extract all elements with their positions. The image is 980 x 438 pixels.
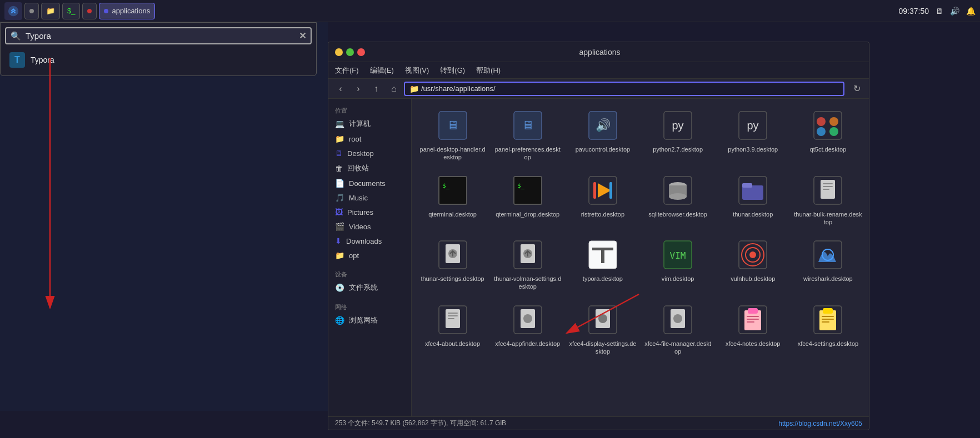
list-item[interactable]: xfce4-settings.desktop (792, 298, 864, 360)
list-item[interactable]: ristretto.desktop (566, 168, 639, 231)
fm-close-btn[interactable] (357, 48, 365, 56)
svg-rect-46 (601, 248, 604, 263)
file-name: xfce4-appfinder.desktop (495, 340, 560, 348)
sidebar-item-opt[interactable]: 📁 opt (328, 248, 411, 263)
sidebar-item-filesystem[interactable]: 💿 文件系统 (328, 280, 411, 295)
videos-icon: 🎬 (335, 222, 344, 231)
fm-menu-view[interactable]: 视图(V) (405, 66, 429, 75)
taskbar-app-active-btn[interactable]: applications (99, 3, 155, 19)
taskbar-red-btn[interactable] (82, 3, 97, 19)
list-item[interactable]: VIM vim.desktop (642, 233, 714, 295)
fm-statusbar-link[interactable]: https://blog.csdn.net/Xxy605 (778, 420, 862, 427)
sidebar-item-label: 文件系统 (349, 283, 378, 293)
sidebar-item-computer[interactable]: 💻 计算机 (328, 116, 411, 132)
file-name: wireshark.desktop (803, 275, 853, 283)
fm-content-area: 🖥 panel-desktop-handler.desktop 🖥 panel-… (412, 99, 869, 416)
svg-rect-79 (822, 319, 834, 320)
sidebar-item-downloads[interactable]: ⬇ Downloads (328, 234, 411, 248)
list-item[interactable]: 🖥 panel-desktop-handler.desktop (416, 103, 489, 166)
file-name: thunar-volman-settings.desktop (493, 275, 562, 291)
sidebar-item-documents[interactable]: 📄 Documents (328, 176, 411, 190)
sidebar-item-music[interactable]: 🎵 Music (328, 190, 411, 205)
sidebar-item-root[interactable]: 📁 root (328, 132, 411, 146)
sidebar-item-pictures[interactable]: 🖼 Pictures (328, 205, 411, 219)
taskbar-terminal-btn[interactable]: $_ (62, 3, 80, 19)
taskbar-monitor-icon: 🖥 (936, 7, 943, 16)
svg-rect-74 (747, 321, 754, 323)
fm-titlebar: applications (328, 42, 869, 62)
sidebar-item-label: root (349, 135, 361, 143)
sidebar-item-label: Desktop (347, 149, 374, 158)
file-icon: py (735, 108, 771, 143)
app-launcher-icon[interactable] (4, 2, 22, 20)
search-icon: 🔍 (11, 31, 21, 41)
list-item[interactable]: wireshark.desktop (792, 233, 864, 295)
list-item[interactable]: thunar-settings.desktop (416, 233, 489, 295)
pictures-icon: 🖼 (335, 208, 343, 217)
sidebar-item-browse-network[interactable]: 🌐 浏览网络 (328, 313, 411, 328)
list-item[interactable]: 🖥 panel-preferences.desktop (491, 103, 564, 166)
file-icon (510, 237, 546, 273)
list-item[interactable]: py python2.7.desktop (642, 103, 714, 166)
list-item[interactable]: vulnhub.desktop (717, 233, 789, 295)
search-clear-btn[interactable]: ✕ (299, 31, 306, 41)
list-item[interactable]: xfce4-notes.desktop (717, 298, 789, 360)
fm-forward-btn[interactable]: › (351, 81, 366, 97)
list-item[interactable]: thunar-bulk-rename.desktop (792, 168, 864, 231)
file-icon: VIM (660, 237, 696, 273)
fm-menu-goto[interactable]: 转到(G) (440, 66, 465, 75)
list-item[interactable]: xfce4-display-settings.desktop (566, 298, 639, 360)
file-icon (810, 173, 846, 208)
fm-menu-edit[interactable]: 编辑(E) (370, 66, 394, 75)
filesystem-icon: 💿 (335, 283, 344, 292)
network-icon: 🌐 (335, 316, 344, 325)
taskbar-thunar-btn[interactable]: 📁 (41, 3, 60, 19)
svg-rect-59 (448, 318, 454, 319)
docs-icon: 📄 (335, 179, 344, 188)
computer-icon: 💻 (335, 119, 344, 128)
list-item[interactable]: $_ qterminal.desktop (416, 168, 489, 231)
svg-rect-71 (748, 308, 758, 314)
list-item[interactable]: qt5ct.desktop (792, 103, 864, 166)
list-item[interactable]: py python3.9.desktop (717, 103, 789, 166)
fm-sidebar-section-network: 网络 (328, 300, 411, 313)
svg-text:VIM: VIM (670, 250, 686, 261)
fm-menu-file[interactable]: 文件(F) (335, 66, 359, 75)
fm-minimize-btn[interactable] (335, 48, 343, 56)
fm-file-grid: 🖥 panel-desktop-handler.desktop 🖥 panel-… (416, 103, 864, 360)
sidebar-item-videos[interactable]: 🎬 Videos (328, 219, 411, 234)
file-name: sqlitebrowser.desktop (648, 210, 707, 218)
list-item[interactable]: thunar-volman-settings.desktop (491, 233, 564, 295)
svg-rect-32 (742, 183, 752, 188)
taskbar-desktop-btn[interactable] (24, 3, 39, 19)
list-item[interactable]: xfce4-appfinder.desktop (491, 298, 564, 360)
file-icon (585, 237, 621, 273)
fm-maximize-btn[interactable] (346, 48, 354, 56)
fm-refresh-btn[interactable]: ↻ (849, 81, 864, 97)
file-icon (810, 302, 846, 338)
fm-back-btn[interactable]: ‹ (333, 81, 348, 97)
sidebar-item-trash[interactable]: 🗑 回收站 (328, 160, 411, 176)
svg-text:$_: $_ (442, 182, 450, 189)
search-input[interactable] (26, 31, 294, 41)
list-item[interactable]: 🔊 pavucontrol.desktop (566, 103, 639, 166)
svg-text:py: py (672, 119, 684, 132)
svg-point-65 (598, 314, 607, 323)
search-result-item[interactable]: T Typora (5, 49, 312, 71)
fm-up-btn[interactable]: ↑ (368, 81, 384, 97)
fm-path-bar[interactable]: 📁 /usr/share/applications/ (404, 82, 844, 96)
sidebar-item-desktop[interactable]: 🖥 Desktop (328, 146, 411, 160)
svg-point-16 (817, 127, 826, 136)
list-item[interactable]: xfce4-file-manager.desktop (642, 298, 714, 360)
list-item[interactable]: sqlitebrowser.desktop (642, 168, 714, 231)
svg-rect-13 (814, 112, 842, 139)
file-icon (735, 237, 771, 273)
list-item[interactable]: thunar.desktop (717, 168, 789, 231)
taskbar-bell-icon: 🔔 (966, 7, 976, 16)
fm-menu-help[interactable]: 帮助(H) (476, 66, 501, 75)
file-icon (585, 173, 621, 208)
list-item[interactable]: typora.desktop (566, 233, 639, 295)
fm-home-btn[interactable]: ⌂ (386, 81, 402, 97)
list-item[interactable]: $_ qterminal_drop.desktop (491, 168, 564, 231)
list-item[interactable]: xfce4-about.desktop (416, 298, 489, 360)
